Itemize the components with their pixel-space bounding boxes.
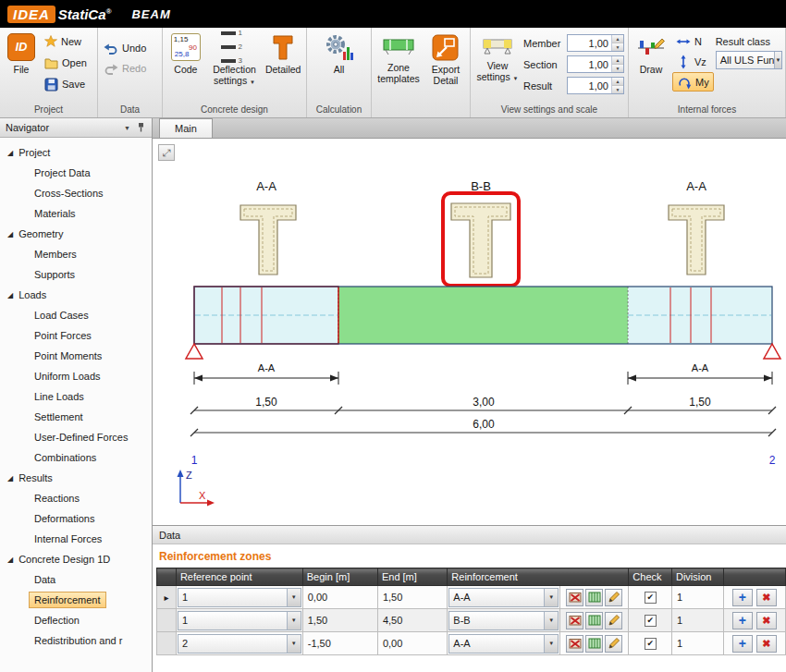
check-checkbox[interactable]: ✔ [645,592,657,604]
sidebar-item-members[interactable]: Members [0,244,152,264]
reinforcement-dropdown[interactable]: A-A▼ [448,634,559,654]
check-checkbox[interactable]: ✔ [645,615,657,627]
add-zone-button[interactable]: + [732,635,753,653]
division-cell[interactable]: 1 [671,586,723,609]
row-selector[interactable] [157,632,177,655]
check-checkbox[interactable]: ✔ [645,638,657,650]
beam-elevation[interactable] [194,287,772,344]
add-zone-button[interactable]: + [732,589,753,606]
sidebar-item-reinforcement[interactable]: Reinforcement [0,590,152,610]
edit-reinforcement-button[interactable] [605,635,622,653]
chevron-down-icon[interactable]: ▼ [124,125,130,131]
new-reinforcement-button[interactable] [585,635,603,653]
beam-zone-middle[interactable] [338,287,628,344]
cross-section-aa-right[interactable] [669,205,724,275]
sidebar-item-reactions[interactable]: Reactions [0,488,152,508]
reference-point-dropdown[interactable]: 1▼ [178,611,301,630]
sidebar-item-cross-sections[interactable]: Cross-Sections [0,183,152,203]
sidebar-item-user-defined-forces[interactable]: User-Defined Forces [0,427,152,447]
tab-main[interactable]: Main [159,118,213,138]
delete-zone-button[interactable]: ✖ [756,635,777,653]
reference-point-dropdown[interactable]: 2▼ [178,634,301,654]
delete-zone-button[interactable]: ✖ [756,589,777,606]
sidebar-item-deformations[interactable]: Deformations [0,508,152,529]
cross-section-bb[interactable] [443,193,519,286]
force-toggle-my[interactable]: My [672,72,714,92]
delete-reinforcement-button[interactable] [566,635,583,653]
code-button[interactable]: 1,15 90 25,8 Code [166,30,206,104]
begin-cell[interactable]: 0,00 [302,586,377,609]
result-class-dropdown[interactable]: All ULS Fun ▼ [716,51,782,69]
delete-zone-button[interactable]: ✖ [756,612,777,629]
draw-button[interactable]: Draw [632,30,670,104]
division-cell[interactable]: 1 [671,632,723,655]
new-reinforcement-button[interactable] [585,589,603,606]
result-scale-stepper[interactable]: 1,00 ▲▼ [567,77,624,94]
add-zone-button[interactable]: + [732,612,753,629]
beam-canvas[interactable]: ⤢ A-A B-B A-A [153,139,786,525]
delete-reinforcement-button[interactable] [566,612,583,629]
zone-templates-button[interactable]: Zonetemplates [375,30,423,104]
sidebar-item-project-data[interactable]: Project Data [0,163,152,183]
row-selector[interactable] [157,609,177,632]
sidebar-item-uniform-loads[interactable]: Uniform Loads [0,366,152,386]
member-scale-stepper[interactable]: 1,00 ▲▼ [567,34,624,52]
edit-reinforcement-button[interactable] [605,589,622,606]
force-toggle-vz[interactable]: Vz [672,52,714,71]
force-toggle-n[interactable]: N [672,31,714,51]
pin-icon[interactable] [136,122,146,133]
sidebar-item-settlement[interactable]: Settlement [0,407,152,427]
end-cell[interactable]: 4,50 [377,609,447,632]
chevron-down-icon: ▼ [544,635,558,653]
file-button[interactable]: ID File [3,30,40,104]
reinforcement-dropdown[interactable]: B-B▼ [448,611,559,630]
edit-reinforcement-button[interactable] [605,612,622,629]
new-button[interactable]: New [42,32,90,51]
sidebar-section-results[interactable]: ◢Results [0,468,152,488]
spin-down-icon[interactable]: ▼ [612,64,623,72]
sidebar-item-line-loads[interactable]: Line Loads [0,386,152,407]
begin-cell[interactable]: -1,50 [302,632,377,655]
save-button[interactable]: Save [42,75,90,93]
division-cell[interactable]: 1 [671,609,723,632]
spin-down-icon[interactable]: ▼ [612,85,623,93]
detailed-button[interactable]: Detailed [263,30,303,104]
spin-up-icon[interactable]: ▲ [612,78,623,85]
deflection-settings-button[interactable]: 1 2 3 Deflection settings ▼ [208,30,262,104]
fit-view-button[interactable]: ⤢ [158,144,175,161]
sidebar-item-supports[interactable]: Supports [0,264,152,285]
sidebar-item-point-moments[interactable]: Point Moments [0,346,152,366]
begin-cell[interactable]: 1,50 [302,609,377,632]
end-cell[interactable]: 1,50 [377,586,447,609]
sidebar-item-data[interactable]: Data [0,569,152,590]
new-reinforcement-button[interactable] [585,612,603,629]
sidebar-section-concrete-design-1d[interactable]: ◢Concrete Design 1D [0,549,152,569]
spin-up-icon[interactable]: ▲ [612,35,623,43]
sidebar-section-loads[interactable]: ◢Loads [0,285,152,305]
sidebar-section-project[interactable]: ◢Project [0,142,152,163]
sidebar-item-materials[interactable]: Materials [0,203,152,224]
calculate-all-button[interactable]: All [318,30,361,104]
redo-button[interactable]: Redo [101,59,149,78]
section-scale-stepper[interactable]: 1,00 ▲▼ [567,55,624,73]
spin-down-icon[interactable]: ▼ [612,43,623,51]
spin-up-icon[interactable]: ▲ [612,56,623,64]
undo-button[interactable]: Undo [101,39,149,57]
view-settings-button[interactable]: View settings ▼ [473,30,522,104]
end-cell[interactable]: 0,00 [377,632,447,655]
open-button[interactable]: Open [42,54,90,72]
sidebar-item-deflection[interactable]: Deflection [0,610,152,630]
delete-reinforcement-button[interactable] [566,589,583,606]
reinforcement-dropdown[interactable]: A-A▼ [448,588,559,607]
beam-drawing[interactable]: A-A B-B A-A [153,139,786,525]
row-selector[interactable]: ▸ [157,586,177,609]
sidebar-item-internal-forces[interactable]: Internal Forces [0,529,152,549]
sidebar-item-redistribution[interactable]: Redistribution and r [0,630,152,651]
sidebar-item-point-forces[interactable]: Point Forces [0,325,152,346]
export-detail-button[interactable]: ExportDetail [424,30,467,104]
sidebar-section-geometry[interactable]: ◢Geometry [0,224,152,244]
cross-section-aa-left[interactable] [240,205,296,275]
reference-point-dropdown[interactable]: 1▼ [178,588,301,607]
sidebar-item-load-cases[interactable]: Load Cases [0,305,152,325]
sidebar-item-combinations[interactable]: Combinations [0,447,152,468]
